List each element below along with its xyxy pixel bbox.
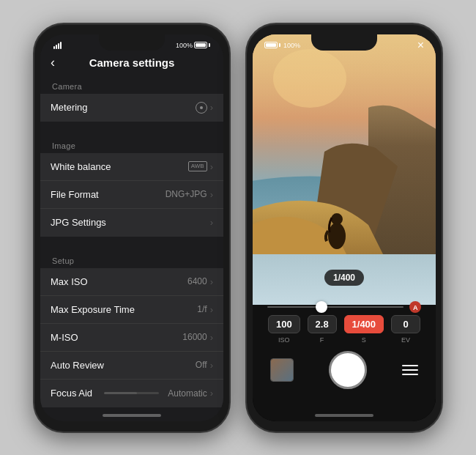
section-label-setup: Setup (40, 249, 223, 268)
metering-chevron: › (210, 102, 213, 113)
settings-group-camera: Metering › (40, 94, 223, 122)
camera-param-controls: 100 ISO 2.8 F 1/400 (253, 309, 436, 347)
s-value-box[interactable]: 1/400 (344, 315, 384, 333)
metering-row[interactable]: Metering › (40, 94, 223, 122)
menu-line-3 (402, 374, 418, 375)
nav-header: ‹ Camera settings (40, 53, 223, 75)
a-icon: A (412, 303, 419, 311)
app-container: 100% ‹ Camera settings Camera (33, 23, 443, 433)
menu-line-1 (402, 365, 418, 366)
signal-bar-4 (60, 42, 62, 49)
awb-badge: AWB (188, 161, 207, 171)
m-iso-value: 16000 (182, 332, 207, 342)
metering-label: Metering (51, 102, 88, 113)
slider-thumb[interactable] (316, 301, 327, 313)
file-format-label: File Format (51, 189, 99, 200)
focus-aid-label: Focus Aid (51, 388, 92, 399)
battery-pct-right: 100% (283, 42, 300, 49)
signal-bar-2 (56, 45, 57, 49)
ev-value-box[interactable]: 0 (391, 315, 420, 333)
file-format-right: DNG+JPG › (166, 189, 213, 200)
page-title: Camera settings (89, 56, 175, 69)
max-exposure-label: Max Exposure Time (51, 304, 135, 315)
metering-icon (196, 102, 207, 114)
max-iso-chevron: › (210, 276, 213, 287)
camera-bottom-controls: 100 ISO 2.8 F 1/400 (253, 305, 436, 421)
notch-left (99, 34, 165, 51)
f-control: 2.8 F (308, 315, 337, 344)
battery-left: 100% (176, 42, 210, 49)
auto-review-right: Off › (196, 360, 213, 371)
white-balance-label: White balance (51, 161, 111, 172)
jpg-settings-label: JPG Settings (51, 217, 106, 228)
battery-tip-left (209, 43, 210, 47)
battery-fill-left (196, 43, 206, 47)
jpg-settings-right: › (210, 217, 213, 228)
auto-review-chevron: › (210, 360, 213, 371)
auto-review-row[interactable]: Auto Review Off › (40, 352, 223, 380)
max-iso-label: Max ISO (51, 276, 88, 287)
svg-point-2 (328, 223, 346, 249)
home-indicator-left (103, 414, 161, 417)
section-label-image: Image (40, 134, 223, 153)
back-button[interactable]: ‹ (51, 55, 55, 70)
auto-review-value: Off (196, 360, 207, 370)
battery-tip-right (279, 43, 280, 47)
focus-aid-value: Automatic (168, 388, 207, 399)
file-format-value: DNG+JPG (166, 189, 207, 199)
metering-right: › (196, 102, 213, 114)
iso-value-box[interactable]: 100 (268, 315, 300, 333)
exposure-slider-track[interactable] (267, 306, 404, 308)
divider-2 (40, 237, 223, 249)
focus-aid-chevron: › (210, 388, 213, 399)
file-format-row[interactable]: File Format DNG+JPG › (40, 181, 223, 209)
jpg-settings-row[interactable]: JPG Settings › (40, 209, 223, 237)
iso-control: 100 ISO (268, 315, 300, 344)
auto-review-label: Auto Review (51, 360, 104, 371)
left-phone: 100% ‹ Camera settings Camera (33, 23, 231, 433)
signal-bar-3 (58, 43, 59, 49)
menu-button[interactable] (402, 365, 418, 375)
exposure-slider-area: A (253, 301, 436, 313)
battery-body-left (194, 42, 207, 48)
max-iso-row[interactable]: Max ISO 6400 › (40, 268, 223, 296)
iso-label: ISO (278, 336, 290, 344)
white-balance-right: AWB › (188, 161, 213, 172)
right-phone: 100% × 1/400 A (245, 23, 443, 433)
battery-body-right (264, 42, 278, 48)
status-left (53, 42, 62, 49)
svg-text:A: A (413, 304, 418, 311)
signal-bars (53, 42, 62, 49)
s-control: 1/400 S (344, 315, 384, 344)
file-format-chevron: › (210, 189, 213, 200)
signal-bar-1 (53, 46, 55, 49)
menu-line-2 (402, 369, 418, 371)
shutter-speed-indicator: 1/400 (324, 270, 364, 286)
white-balance-row[interactable]: White balance AWB › (40, 153, 223, 181)
thumbnail[interactable] (270, 358, 294, 382)
max-exposure-row[interactable]: Max Exposure Time 1/f › (40, 296, 223, 324)
focus-aid-right: Automatic › (98, 388, 213, 399)
section-label-camera: Camera (40, 75, 223, 94)
f-label: F (320, 336, 324, 344)
max-exposure-value: 1/f (197, 304, 207, 314)
jpg-settings-chevron: › (210, 217, 213, 228)
close-button[interactable]: × (417, 39, 424, 52)
settings-group-image: White balance AWB › File Format DNG+JPG … (40, 153, 223, 237)
battery-pct-left: 100% (176, 42, 193, 49)
f-value-box[interactable]: 2.8 (308, 315, 337, 333)
m-iso-label: M-ISO (51, 332, 78, 343)
focus-aid-row[interactable]: Focus Aid Automatic › (40, 380, 223, 407)
camera-top-bar: 100% × (253, 34, 436, 52)
m-iso-row[interactable]: M-ISO 16000 › (40, 324, 223, 352)
m-iso-chevron: › (210, 332, 213, 343)
shutter-button[interactable] (329, 351, 367, 389)
max-exposure-chevron: › (210, 304, 213, 315)
ev-control: 0 EV (391, 315, 420, 344)
battery-fill-right (266, 43, 276, 47)
divider-1 (40, 122, 223, 134)
slider-right-icon: A (409, 301, 421, 313)
left-phone-screen: 100% ‹ Camera settings Camera (40, 34, 223, 421)
battery-right: 100% (264, 42, 300, 49)
camera-screen: 100% × 1/400 A (253, 34, 436, 421)
